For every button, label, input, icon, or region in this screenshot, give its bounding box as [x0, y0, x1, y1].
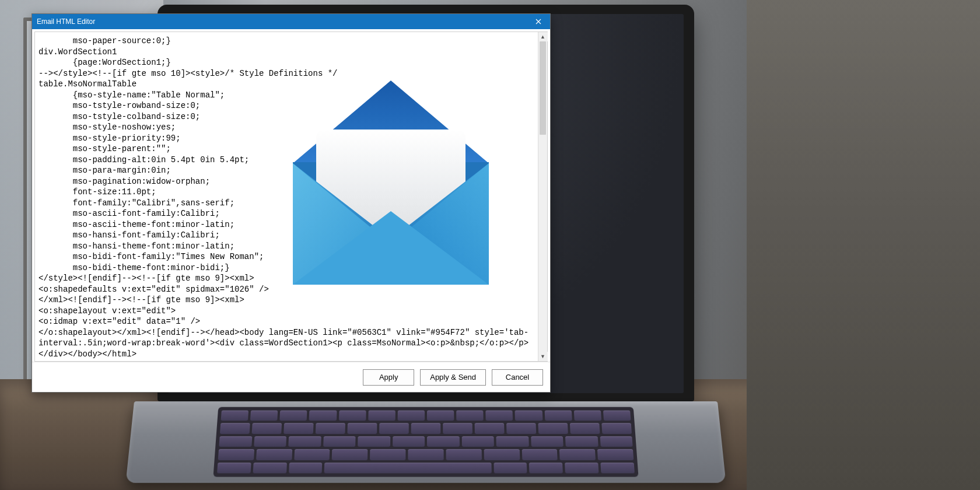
close-button[interactable]	[527, 14, 550, 29]
dialog-button-row: Apply Apply & Send Cancel	[32, 362, 550, 392]
titlebar[interactable]: Email HTML Editor	[32, 14, 550, 29]
scroll-thumb[interactable]	[540, 41, 546, 135]
email-html-editor-dialog: Email HTML Editor mso-paper-source:0;} d…	[32, 13, 551, 393]
laptop-keyboard	[213, 407, 638, 477]
scroll-up-arrow-icon[interactable]: ▲	[538, 32, 548, 41]
html-source-textarea[interactable]: mso-paper-source:0;} div.WordSection1 {p…	[35, 32, 538, 361]
apply-and-send-button[interactable]: Apply & Send	[420, 369, 486, 386]
scroll-down-arrow-icon[interactable]: ▼	[538, 352, 548, 361]
vertical-scrollbar[interactable]: ▲ ▼	[538, 32, 547, 361]
laptop-deck	[125, 401, 726, 483]
photo-background: Email HTML Editor mso-paper-source:0;} d…	[0, 0, 980, 490]
close-icon	[536, 19, 541, 24]
editor-container: mso-paper-source:0;} div.WordSection1 {p…	[34, 32, 548, 362]
apply-button[interactable]: Apply	[363, 369, 414, 386]
window-title: Email HTML Editor	[37, 18, 95, 26]
cancel-button[interactable]: Cancel	[492, 369, 543, 386]
